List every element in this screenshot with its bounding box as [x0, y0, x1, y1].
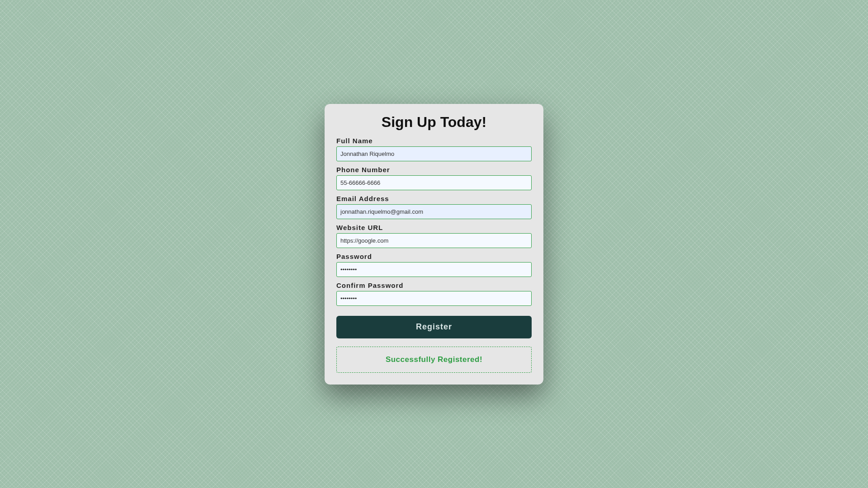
register-button[interactable]: Register — [336, 316, 532, 338]
email-input[interactable] — [336, 204, 532, 219]
field-group-fullname: Full Name — [336, 137, 532, 161]
page-title: Sign Up Today! — [336, 114, 532, 131]
field-group-email: Email Address — [336, 195, 532, 219]
email-label: Email Address — [336, 195, 532, 202]
field-group-password: Password — [336, 253, 532, 277]
field-group-phone: Phone Number — [336, 166, 532, 190]
success-message: Successfully Registered! — [336, 347, 532, 373]
fullname-input[interactable] — [336, 146, 532, 161]
field-group-website: Website URL — [336, 224, 532, 248]
signup-card: Sign Up Today! Full Name Phone Number Em… — [325, 104, 543, 385]
website-label: Website URL — [336, 224, 532, 231]
fullname-label: Full Name — [336, 137, 532, 145]
phone-label: Phone Number — [336, 166, 532, 174]
phone-input[interactable] — [336, 175, 532, 190]
confirm-password-input[interactable] — [336, 291, 532, 306]
confirm-password-label: Confirm Password — [336, 282, 532, 289]
password-input[interactable] — [336, 262, 532, 277]
password-label: Password — [336, 253, 532, 260]
field-group-confirm-password: Confirm Password — [336, 282, 532, 306]
website-input[interactable] — [336, 233, 532, 248]
